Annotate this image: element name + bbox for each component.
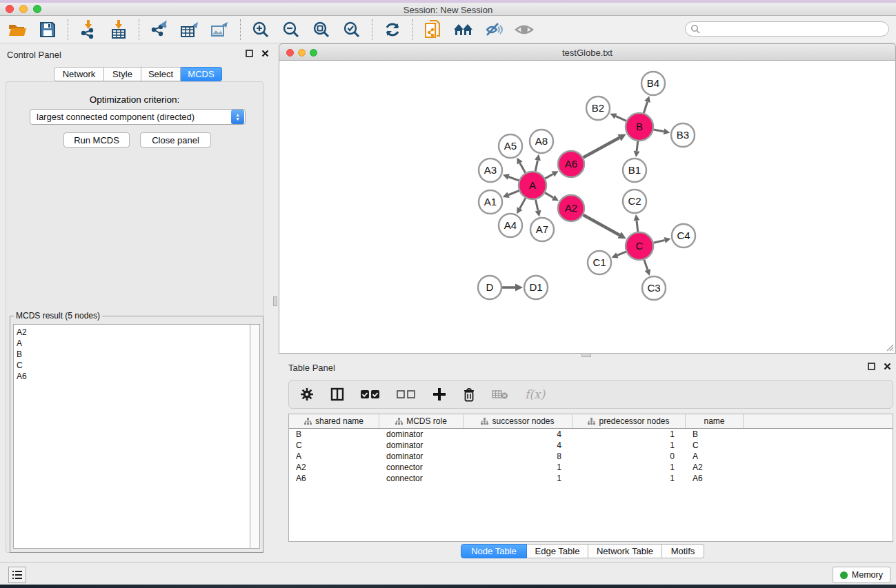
split-handle-vertical[interactable] xyxy=(273,296,277,306)
clone-network-icon[interactable] xyxy=(423,19,444,40)
network-window-titlebar[interactable]: testGlobe.txt xyxy=(279,43,896,61)
run-mcds-button[interactable]: Run MCDS xyxy=(63,132,130,148)
table-row[interactable]: Cdominator41C xyxy=(289,440,893,451)
graph-node-D1[interactable]: D1 xyxy=(524,276,548,299)
zoom-out-icon[interactable] xyxy=(281,19,301,40)
tab-motifs[interactable]: Motifs xyxy=(662,544,704,558)
export-image-icon[interactable] xyxy=(210,19,230,40)
resize-grip[interactable] xyxy=(886,343,894,352)
zoom-fit-icon[interactable] xyxy=(311,19,332,40)
save-session-icon[interactable] xyxy=(37,19,58,40)
graph-node-C1[interactable]: C1 xyxy=(588,251,611,274)
tab-network-table[interactable]: Network Table xyxy=(588,544,662,558)
delete-table-icon[interactable] xyxy=(492,389,508,400)
graph-edge-A-A7[interactable] xyxy=(535,200,538,211)
column-header-MCDS-role[interactable]: MCDS role xyxy=(379,414,464,428)
home-icon[interactable] xyxy=(453,19,474,40)
tab-node-table[interactable]: Node Table xyxy=(461,544,527,558)
graph-edge-C-C1[interactable] xyxy=(617,252,626,255)
memory-button[interactable]: Memory xyxy=(833,567,890,583)
tab-edge-table[interactable]: Edge Table xyxy=(527,544,588,558)
graph-edge-B-B1[interactable] xyxy=(637,141,638,151)
column-header-predecessor-nodes[interactable]: predecessor nodes xyxy=(573,414,686,428)
graph-edge-C-C3[interactable] xyxy=(644,260,648,270)
table-row[interactable]: Adominator80A xyxy=(289,451,893,462)
result-item[interactable]: B xyxy=(17,349,251,360)
result-item[interactable]: C xyxy=(17,360,251,371)
graph-node-A6[interactable]: A6 xyxy=(558,151,584,177)
export-network-icon[interactable] xyxy=(149,19,170,40)
graph-edge-A-A1[interactable] xyxy=(508,191,519,195)
graph-edge-A-A6[interactable] xyxy=(545,174,552,179)
graph-edge-C-C4[interactable] xyxy=(653,240,664,243)
column-header-shared-name[interactable]: shared name xyxy=(289,414,379,428)
select-all-icon[interactable] xyxy=(361,389,380,399)
graph-node-A4[interactable]: A4 xyxy=(499,214,522,237)
add-column-icon[interactable] xyxy=(432,387,446,401)
graph-node-B[interactable]: B xyxy=(626,113,653,141)
deselect-all-icon[interactable] xyxy=(397,389,416,399)
split-handle-horizontal[interactable] xyxy=(581,353,591,357)
float-panel-icon[interactable] xyxy=(246,50,253,57)
show-panels-button[interactable] xyxy=(8,567,26,583)
delete-icon[interactable] xyxy=(463,387,475,402)
graph-node-A1[interactable]: A1 xyxy=(479,190,502,214)
graph-node-A5[interactable]: A5 xyxy=(499,134,522,158)
import-table-icon[interactable] xyxy=(108,19,129,40)
graph-node-B4[interactable]: B4 xyxy=(641,72,665,95)
table-row[interactable]: Bdominator41B xyxy=(289,429,893,440)
result-item[interactable]: A2 xyxy=(17,327,251,338)
table-row[interactable]: A2connector11A2 xyxy=(289,462,893,473)
graph-node-C[interactable]: C xyxy=(626,232,653,260)
function-builder-icon[interactable]: f(x) xyxy=(525,387,545,401)
show-graphics-icon[interactable] xyxy=(514,19,535,40)
zoom-in-icon[interactable] xyxy=(250,19,271,40)
zoom-selected-icon[interactable] xyxy=(341,19,362,40)
tab-style[interactable]: Style xyxy=(104,67,141,81)
graph-node-A8[interactable]: A8 xyxy=(530,130,553,153)
graph-node-A7[interactable]: A7 xyxy=(530,218,554,241)
tab-mcds[interactable]: MCDS xyxy=(181,67,222,81)
graph-edge-B-B4[interactable] xyxy=(644,102,647,113)
column-header-name[interactable]: name xyxy=(686,414,744,428)
column-selector-icon[interactable] xyxy=(330,387,344,401)
network-graph[interactable]: AA1A3A5A8A4A7A6A2BB1B2B3B4CC1C2C3C4DD1 xyxy=(279,61,895,352)
table-row[interactable]: A6connector11A6 xyxy=(289,473,893,484)
hide-graphics-icon[interactable] xyxy=(484,19,504,40)
result-item[interactable]: A6 xyxy=(17,371,251,382)
graph-node-B2[interactable]: B2 xyxy=(586,97,610,120)
graph-node-A2[interactable]: A2 xyxy=(558,195,584,221)
graph-edge-B-B2[interactable] xyxy=(616,116,626,121)
search-input[interactable] xyxy=(685,21,889,37)
result-item[interactable]: A xyxy=(17,338,251,349)
graph-node-B1[interactable]: B1 xyxy=(623,159,646,182)
import-network-icon[interactable] xyxy=(78,19,99,40)
graph-node-A[interactable]: A xyxy=(519,172,546,199)
graph-node-C3[interactable]: C3 xyxy=(642,276,666,300)
result-list-scrollbar[interactable] xyxy=(250,324,260,549)
float-table-panel-icon[interactable] xyxy=(868,363,875,370)
graph-edge-A6-B[interactable] xyxy=(584,138,619,158)
graph-edge-A2-C[interactable] xyxy=(583,215,619,235)
close-panel-button[interactable]: Close panel xyxy=(140,132,211,148)
graph-edge-B-B3[interactable] xyxy=(654,130,664,132)
column-header-successor-nodes[interactable]: successor nodes xyxy=(464,414,573,428)
tab-select[interactable]: Select xyxy=(141,67,181,81)
graph-edge-A-A8[interactable] xyxy=(535,160,537,171)
graph-edge-A-A3[interactable] xyxy=(508,176,519,180)
tab-network[interactable]: Network xyxy=(54,67,104,81)
graph-edge-A-A4[interactable] xyxy=(520,198,526,208)
graph-node-D[interactable]: D xyxy=(478,276,501,299)
graph-node-C2[interactable]: C2 xyxy=(623,190,646,213)
refresh-layout-icon[interactable] xyxy=(382,19,403,40)
graph-node-C4[interactable]: C4 xyxy=(672,224,695,247)
graph-edge-A-A5[interactable] xyxy=(520,163,526,172)
graph-edge-A-A2[interactable] xyxy=(545,193,553,198)
mcds-result-list[interactable]: A2ABCA6 xyxy=(13,324,251,549)
graph-edge-C-C2[interactable] xyxy=(637,221,638,232)
network-canvas[interactable]: AA1A3A5A8A4A7A6A2BB1B2B3B4CC1C2C3C4DD1 xyxy=(279,61,896,354)
gear-icon[interactable] xyxy=(300,387,314,401)
close-panel-icon[interactable] xyxy=(261,50,269,57)
graph-node-A3[interactable]: A3 xyxy=(479,159,502,182)
open-file-icon[interactable] xyxy=(7,19,28,40)
